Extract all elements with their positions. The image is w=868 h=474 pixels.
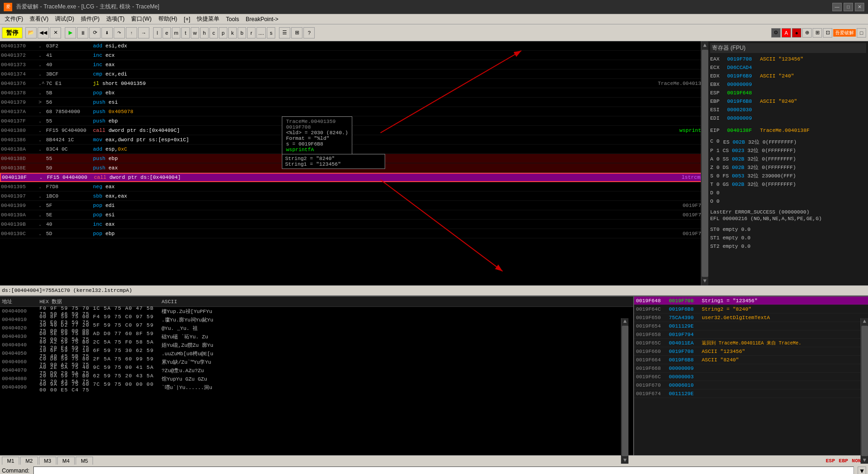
disasm-row[interactable]: 00401386 . 8B4424 1C mov eax,dword ptr s… <box>0 135 708 145</box>
tb-k[interactable]: k <box>228 27 237 38</box>
reg-ebp: EBP 0019F6B8 ASCII "8240" <box>710 97 866 106</box>
command-dropdown[interactable]: ▼ <box>858 466 866 474</box>
menu-plus[interactable]: [+] <box>181 15 193 23</box>
tb-icon-3[interactable]: ● <box>792 28 801 38</box>
step-into-button[interactable]: ⬇ <box>101 27 113 38</box>
tab-m5[interactable]: M5 <box>76 457 93 465</box>
stack-row[interactable]: 0019F64C 0019F6B8 String2 = "8240" <box>634 305 868 313</box>
tb-icon-4[interactable]: ⊕ <box>802 28 812 38</box>
disasm-row[interactable]: 0040139A . 5E pop esi 0019F708 <box>0 210 708 220</box>
disasm-row[interactable]: 0040138A . 83C4 0C add esp,0xC <box>0 145 708 154</box>
menu-debug[interactable]: 调试(D) <box>52 14 77 24</box>
disasm-row[interactable]: 00401395 . F7D8 neg eax <box>0 182 708 191</box>
command-label: Command: <box>2 467 30 474</box>
disasm-row[interactable]: 0040137F . 55 push ebp <box>0 116 708 126</box>
trace-button[interactable]: → <box>138 27 149 38</box>
stack-row[interactable]: 0019F650 75CA4390 user32.GetDlgItemTextA <box>634 313 868 322</box>
menu-shortcuts[interactable]: 快捷菜单 <box>194 14 222 24</box>
restart-button[interactable]: ⟳ <box>89 27 101 38</box>
stack-row[interactable]: 0019F658 0019F794 <box>634 330 868 339</box>
disasm-row[interactable]: 00401372 . 41 inc ecx <box>0 51 708 60</box>
disasm-row-call1[interactable]: 00401380 . FF15 9C404000 call dword ptr … <box>0 126 708 135</box>
hex-scrollbar[interactable]: ▲ ▼ <box>621 318 628 455</box>
menu-window[interactable]: 窗口(W) <box>128 14 154 24</box>
tb-l[interactable]: l <box>153 27 162 38</box>
tb-icon-5[interactable]: ⊞ <box>813 28 822 38</box>
menu-file[interactable]: 文件(F) <box>2 14 26 24</box>
close-button[interactable]: ✕ <box>855 3 864 11</box>
stack-row[interactable]: 0019F654 0011129E <box>634 322 868 330</box>
stack-scroll-up[interactable]: ▲ <box>863 318 866 325</box>
tb-c[interactable]: c <box>209 27 218 38</box>
disasm-row[interactable]: 00401399 . 5F pop edi 0019F708 <box>0 201 708 210</box>
tb-w[interactable]: w <box>191 27 199 38</box>
tb-e[interactable]: e <box>163 27 171 38</box>
disasm-row-call-lstrcmp[interactable]: 0040138F . FF15 04404000 call dword ptr … <box>0 173 708 182</box>
tab-m2[interactable]: M2 <box>20 457 38 465</box>
disasm-row[interactable]: 00401379 > 56 push esi <box>0 98 708 107</box>
stop-button[interactable]: ✕ <box>50 27 61 38</box>
tab-m1[interactable]: M1 <box>2 457 19 465</box>
menu-options[interactable]: 选项(T) <box>103 14 127 24</box>
menu-tools[interactable]: Tools <box>223 15 242 23</box>
run-button[interactable]: ▶ <box>65 27 76 38</box>
tb-m[interactable]: m <box>172 27 180 38</box>
tb-b[interactable]: b <box>238 27 246 38</box>
pause-button[interactable]: ⏸ <box>77 27 88 38</box>
stack-row-highlighted[interactable]: 0019F648 0019F708 String1 = "123456" <box>634 297 868 305</box>
tb-icon-2[interactable]: A <box>782 28 791 38</box>
tab-m4[interactable]: M4 <box>57 457 75 465</box>
tb-icon-6[interactable]: ⊡ <box>823 28 832 38</box>
disasm-row[interactable]: 0040137A . 68 78504000 push 0x405078 <box>0 107 708 116</box>
bottom-bar: M1 M2 M3 M4 M5 ESP EBP NONE Command: ▼ <box>0 455 868 474</box>
scroll-down-arrow[interactable]: ▼ <box>703 278 706 284</box>
step-over-button[interactable]: ↷ <box>114 27 125 38</box>
tb-h[interactable]: h <box>200 27 209 38</box>
menu-breakpoint[interactable]: BreakPoint-> <box>243 15 281 23</box>
stack-scrollbar[interactable]: ▲ ▼ <box>860 318 868 455</box>
hex-row[interactable]: 00404090 60 9A 59 75 60 7C 59 75 00 00 0… <box>0 383 633 391</box>
disasm-row[interactable]: 00401373 . 40 inc eax <box>0 60 708 69</box>
minimize-button[interactable]: — <box>832 3 842 11</box>
tb-r[interactable]: r <box>247 27 256 38</box>
stack-row[interactable]: 0019F660 0019F708 ASCII "123456" <box>634 347 868 356</box>
disasm-scrollbar[interactable]: ▲ ▼ <box>701 41 708 285</box>
disasm-row[interactable]: 00401378 . 5B pop ebx <box>0 88 708 98</box>
menu-plugins[interactable]: 插件(P) <box>78 14 102 24</box>
footer-esp: ESP <box>826 458 835 464</box>
disasm-row[interactable]: 00401376 .^ 7C E1 jl short 00401359 Trac… <box>0 79 708 88</box>
stack-row[interactable]: 0019F670 00006010 <box>634 381 868 390</box>
stack-row[interactable]: 0019F65C 004011EA 返回到 TraceMe.004011EA 来… <box>634 339 868 347</box>
stack-row[interactable]: 0019F66C 00000003 <box>634 373 868 381</box>
menu-view[interactable]: 查看(V) <box>27 14 51 24</box>
tb-dots[interactable]: .... <box>256 27 266 38</box>
tb-icon-1[interactable]: ⚙ <box>771 28 781 38</box>
command-input[interactable] <box>33 466 854 474</box>
disasm-row[interactable]: 00401374 . 3BCF cmp ecx,edi <box>0 69 708 79</box>
tb-t[interactable]: t <box>181 27 190 38</box>
tb-icon-7[interactable]: □ <box>857 28 866 38</box>
disasm-row[interactable]: 00401397 . 1BC0 sbb eax,eax <box>0 191 708 201</box>
disasm-row[interactable]: 00401370 . 03F2 add esi,edx <box>0 41 708 51</box>
stack-row[interactable]: 0019F664 0019F6B8 ASCII "8240" <box>634 356 868 364</box>
tb-p[interactable]: p <box>219 27 227 38</box>
stack-row[interactable]: 0019F674 0011129E <box>634 390 868 398</box>
restore-button[interactable]: □ <box>844 3 853 11</box>
tb-s[interactable]: s <box>267 27 275 38</box>
hex-scroll-up[interactable]: ▲ <box>623 318 627 325</box>
hex-view-button[interactable]: ⊞ <box>291 27 302 38</box>
disasm-row-push-ebp[interactable]: 0040138D 55 push ebp String2 = "8240" St… <box>0 154 708 163</box>
disasm-row[interactable]: 0040139B . 40 inc eax <box>0 220 708 229</box>
string2-box: String2 = "8240" String1 = "123456" <box>282 154 385 169</box>
efl: EFL 00000216 (NO,NB,NE,A,NS,PE,GE,G) <box>710 216 866 222</box>
back-button[interactable]: ◀◀ <box>38 27 49 38</box>
scroll-up-arrow[interactable]: ▲ <box>703 42 706 49</box>
open-button[interactable]: 📂 <box>25 27 37 38</box>
step-out-button[interactable]: ↑ <box>126 27 137 38</box>
tab-m3[interactable]: M3 <box>39 457 56 465</box>
menu-help[interactable]: 帮助(H) <box>155 14 180 24</box>
list-view-button[interactable]: ☰ <box>279 27 290 38</box>
disasm-row[interactable]: 0040139C . 5D pop ebp 0019F708 <box>0 229 708 238</box>
stack-row[interactable]: 0019F668 00000009 <box>634 364 868 373</box>
help-icon-button[interactable]: ? <box>303 27 315 38</box>
